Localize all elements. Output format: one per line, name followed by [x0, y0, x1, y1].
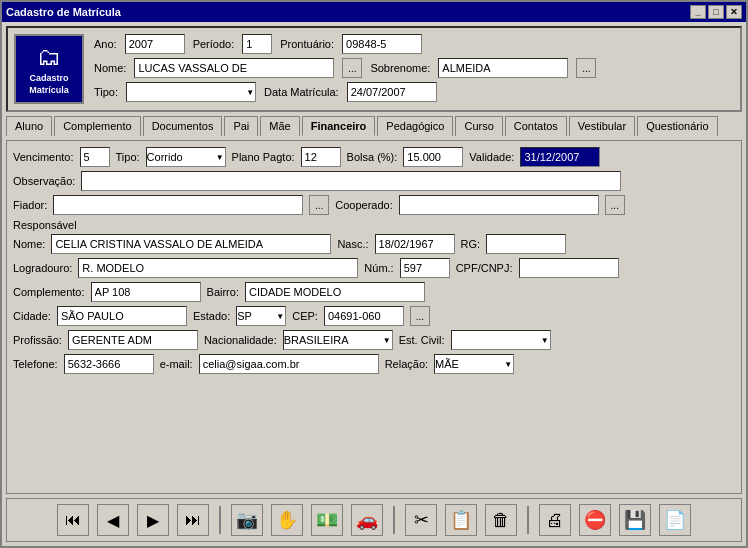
tipo-header-label: Tipo: — [94, 86, 118, 98]
tab-curso[interactable]: Curso — [455, 116, 502, 136]
fiador-input[interactable] — [53, 195, 303, 215]
observacao-label: Observação: — [13, 175, 75, 187]
save-button[interactable]: 💾 — [619, 504, 651, 536]
header-row1: Ano: Período: Prontuário: — [94, 34, 734, 54]
validade-label: Validade: — [469, 151, 514, 163]
plano-pagto-input[interactable] — [301, 147, 341, 167]
title-bar-buttons: _ □ ✕ — [690, 5, 742, 19]
window-content: 🗂 Cadastro Matrícula Ano: Período: Pront… — [2, 22, 746, 546]
header-row2: Nome: ... Sobrenome: ... — [94, 58, 734, 78]
nome-dots-button[interactable]: ... — [342, 58, 362, 78]
cooperado-label: Cooperado: — [335, 199, 393, 211]
header-row3: Tipo: Data Matrícula: — [94, 82, 734, 102]
tab-pedagogico[interactable]: Pedagógico — [377, 116, 453, 136]
resp-bairro-label: Bairro: — [207, 286, 239, 298]
logo-text-line2: Matrícula — [29, 85, 69, 95]
minimize-button[interactable]: _ — [690, 5, 706, 19]
close-button[interactable]: ✕ — [726, 5, 742, 19]
data-matricula-input[interactable] — [347, 82, 437, 102]
separator2 — [393, 506, 395, 534]
sobrenome-input[interactable] — [438, 58, 568, 78]
prontuario-input[interactable] — [342, 34, 422, 54]
data-matricula-label: Data Matrícula: — [264, 86, 339, 98]
resp-email-input[interactable] — [199, 354, 379, 374]
resp-nasc-label: Nasc.: — [337, 238, 368, 250]
last-button[interactable]: ⏭ — [177, 504, 209, 536]
bolsa-input[interactable] — [403, 147, 463, 167]
periodo-label: Período: — [193, 38, 235, 50]
ano-label: Ano: — [94, 38, 117, 50]
tab-financeiro[interactable]: Financeiro — [302, 116, 376, 136]
delete-button[interactable]: 🗑 — [485, 504, 517, 536]
tab-contatos[interactable]: Contatos — [505, 116, 567, 136]
tipo-fin-label: Tipo: — [116, 151, 140, 163]
tab-aluno[interactable]: Aluno — [6, 116, 52, 136]
resp-nome-input[interactable] — [51, 234, 331, 254]
resp-rg-input[interactable] — [486, 234, 566, 254]
validade-input[interactable] — [520, 147, 600, 167]
resp-cep-input[interactable] — [324, 306, 404, 326]
resp-nasc-input[interactable] — [375, 234, 455, 254]
periodo-input[interactable] — [242, 34, 272, 54]
dollar-button[interactable]: 💵 — [311, 504, 343, 536]
resp-cidade-input[interactable] — [57, 306, 187, 326]
camera-button[interactable]: 📷 — [231, 504, 263, 536]
resp-cpf-label: CPF/CNPJ: — [456, 262, 513, 274]
resp-cpf-input[interactable] — [519, 258, 619, 278]
window-title: Cadastro de Matrícula — [6, 6, 121, 18]
tab-complemento[interactable]: Complemento — [54, 116, 140, 136]
ano-input[interactable] — [125, 34, 185, 54]
maximize-button[interactable]: □ — [708, 5, 724, 19]
tab-vestibular[interactable]: Vestibular — [569, 116, 635, 136]
resp-nome-label: Nome: — [13, 238, 45, 250]
resp-estcivil-select[interactable] — [451, 330, 551, 350]
resp-relacao-select[interactable]: MÃE — [434, 354, 514, 374]
resp-bairro-input[interactable] — [245, 282, 425, 302]
tab-pai[interactable]: Pai — [224, 116, 258, 136]
print-button[interactable]: 🖨 — [539, 504, 571, 536]
resp-num-input[interactable] — [400, 258, 450, 278]
cooperado-dots-button[interactable]: ... — [605, 195, 625, 215]
car-button[interactable]: 🚗 — [351, 504, 383, 536]
tabs-bar: Aluno Complemento Documentos Pai Mãe Fin… — [6, 116, 742, 136]
tab-questionario[interactable]: Questionário — [637, 116, 717, 136]
sobrenome-dots-button[interactable]: ... — [576, 58, 596, 78]
resp-estado-select[interactable]: SP — [236, 306, 286, 326]
resp-telefone-input[interactable] — [64, 354, 154, 374]
tipo-select-wrapper — [126, 82, 256, 102]
resp-num-label: Núm.: — [364, 262, 393, 274]
fin-row1: Vencimento: Tipo: Corrido Plano Pagto: B… — [13, 147, 735, 167]
resp-row6: Telefone: e-mail: Relação: MÃE — [13, 354, 735, 374]
resp-estado-wrapper: SP — [236, 306, 286, 326]
resp-complemento-input[interactable] — [91, 282, 201, 302]
cep-dots-button[interactable]: ... — [410, 306, 430, 326]
responsavel-section: Responsável Nome: Nasc.: RG: Logradouro:… — [13, 219, 735, 374]
prontuario-label: Prontuário: — [280, 38, 334, 50]
tab-content-financeiro: Vencimento: Tipo: Corrido Plano Pagto: B… — [6, 140, 742, 494]
prev-button[interactable]: ◀ — [97, 504, 129, 536]
copy-button[interactable]: 📋 — [445, 504, 477, 536]
fiador-dots-button[interactable]: ... — [309, 195, 329, 215]
tipo-fin-select[interactable]: Corrido — [146, 147, 226, 167]
nome-header-input[interactable] — [134, 58, 334, 78]
next-button[interactable]: ▶ — [137, 504, 169, 536]
vencimento-input[interactable] — [80, 147, 110, 167]
tab-documentos[interactable]: Documentos — [143, 116, 223, 136]
tab-mae[interactable]: Mãe — [260, 116, 299, 136]
cooperado-input[interactable] — [399, 195, 599, 215]
first-button[interactable]: ⏮ — [57, 504, 89, 536]
separator1 — [219, 506, 221, 534]
resp-nacionalidade-select[interactable]: BRASILEIRA — [283, 330, 393, 350]
scissors-button[interactable]: ✂ — [405, 504, 437, 536]
tipo-select[interactable] — [126, 82, 256, 102]
cancel-button[interactable]: ⛔ — [579, 504, 611, 536]
resp-cidade-label: Cidade: — [13, 310, 51, 322]
resp-profissao-input[interactable] — [68, 330, 198, 350]
new-button[interactable]: 📄 — [659, 504, 691, 536]
observacao-input[interactable] — [81, 171, 621, 191]
resp-cep-label: CEP: — [292, 310, 318, 322]
resp-estcivil-wrapper — [451, 330, 551, 350]
vencimento-label: Vencimento: — [13, 151, 74, 163]
hand-button[interactable]: ✋ — [271, 504, 303, 536]
resp-logradouro-input[interactable] — [78, 258, 358, 278]
